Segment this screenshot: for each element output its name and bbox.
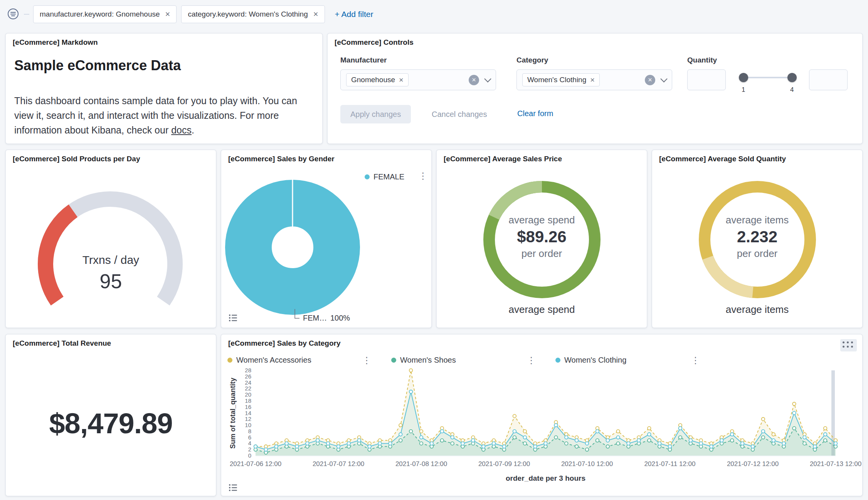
slider-max-value: 4 [790, 86, 794, 94]
metric-label-top: average items [652, 214, 862, 226]
legend-dot [365, 174, 370, 179]
clear-selection-icon[interactable]: × [469, 75, 479, 85]
svg-text:16: 16 [245, 404, 251, 410]
clear-selection-icon[interactable]: × [645, 75, 655, 85]
chip-label: Women's Clothing [527, 76, 586, 84]
svg-text:6: 6 [248, 434, 251, 441]
gauge-label: Trxns / day [6, 253, 216, 267]
cancel-changes-button[interactable]: Cancel changes [424, 105, 495, 123]
chevron-down-icon[interactable] [484, 75, 491, 82]
legend-toggle-button[interactable] [227, 482, 239, 495]
legend-options-icon[interactable]: ⋮ [419, 172, 427, 181]
filter-pill-label: manufacturer.keyword: Gnomehouse [40, 10, 160, 19]
docs-link[interactable]: docs [171, 125, 192, 135]
total-revenue-value: $8,479.89 [6, 407, 216, 440]
svg-text:28: 28 [245, 367, 251, 373]
gauge-value: 95 [6, 270, 216, 293]
metric-footer-label: average items [652, 304, 862, 316]
filter-pill-manufacturer[interactable]: manufacturer.keyword: Gnomehouse × [33, 5, 177, 23]
remove-option-icon[interactable]: × [399, 76, 404, 84]
svg-text:2021-07-10 12:00: 2021-07-10 12:00 [561, 460, 613, 468]
metric-label-bottom: per order [437, 248, 647, 260]
filter-bar: manufacturer.keyword: Gnomehouse × categ… [0, 0, 868, 29]
panel-title: [eCommerce] Total Revenue [13, 339, 111, 348]
remove-filter-icon[interactable]: × [165, 10, 170, 19]
slider-handle-min[interactable] [739, 73, 748, 82]
panel-total-revenue: [eCommerce] Total Revenue $8,479.89 [5, 334, 216, 496]
filter-bar-divider [24, 14, 29, 15]
clear-form-button[interactable]: Clear form [517, 109, 553, 118]
quantity-range-slider: 1 4 [739, 68, 797, 99]
svg-text:8: 8 [248, 428, 251, 434]
kibana-dashboard: manufacturer.keyword: Gnomehouse × categ… [0, 0, 868, 500]
legend-label: FEMALE [373, 172, 404, 181]
selected-option-chip[interactable]: Gnomehouse × [346, 73, 409, 86]
panel-average-sales-price: [eCommerce] Average Sales Price average … [436, 150, 647, 328]
list-icon [228, 488, 238, 494]
panel-title: [eCommerce] Markdown [13, 38, 98, 47]
manufacturer-combobox[interactable]: Gnomehouse × × [340, 69, 496, 90]
panel-sold-products-per-day: [eCommerce] Sold Products per Day Trxns … [5, 150, 216, 328]
markdown-text: This dashboard contains sample data for … [14, 95, 297, 135]
svg-text:20: 20 [245, 391, 251, 398]
filter-options-button[interactable] [5, 5, 22, 24]
add-filter-link[interactable]: + Add filter [335, 10, 373, 19]
metric-value: 2.232 [652, 228, 862, 246]
chevron-down-icon[interactable] [660, 75, 667, 82]
svg-text:2021-07-13 12:00: 2021-07-13 12:00 [810, 460, 861, 468]
slider-handle-max[interactable] [787, 73, 797, 82]
gauge-center: Trxns / day 95 [6, 253, 216, 293]
markdown-text-end: . [192, 125, 194, 135]
y-axis-title: Sum of total_quantity [229, 378, 237, 449]
legend-toggle-button[interactable] [227, 312, 239, 325]
filter-options-icon [6, 7, 20, 22]
category-combobox[interactable]: Women's Clothing × × [516, 69, 672, 90]
quantity-max-input[interactable] [809, 69, 848, 90]
svg-text:22: 22 [245, 385, 251, 392]
selected-option-chip[interactable]: Women's Clothing × [522, 73, 600, 86]
svg-text:2021-07-11 12:00: 2021-07-11 12:00 [644, 460, 696, 468]
svg-text:18: 18 [245, 397, 251, 404]
svg-text:12: 12 [245, 416, 251, 422]
svg-text:2021-07-06 12:00: 2021-07-06 12:00 [230, 460, 281, 468]
filter-pill-label: category.keyword: Women's Clothing [188, 10, 308, 19]
metric-label-top: average spend [437, 214, 647, 226]
metric-center: average spend $89.26 per order [437, 214, 647, 260]
filter-pill-category[interactable]: category.keyword: Women's Clothing × [181, 5, 325, 23]
quantity-min-input[interactable] [687, 69, 726, 90]
x-axis-title: order_date per 3 hours [256, 474, 836, 483]
svg-text:2021-07-12 12:00: 2021-07-12 12:00 [727, 460, 779, 468]
svg-text:2: 2 [248, 446, 251, 453]
svg-text:0: 0 [248, 452, 251, 459]
svg-text:4: 4 [248, 440, 251, 446]
slice-callout-value: 100% [330, 314, 350, 323]
svg-text:2021-07-08 12:00: 2021-07-08 12:00 [395, 460, 447, 468]
svg-text:24: 24 [245, 379, 251, 386]
panel-sales-by-gender: [eCommerce] Sales by Gender FEMALE ⋮ FEM… [221, 150, 432, 328]
panel-markdown: [eCommerce] Markdown Sample eCommerce Da… [5, 33, 323, 144]
panel-average-sold-quantity: [eCommerce] Average Sold Quantity averag… [652, 150, 863, 328]
apply-changes-button[interactable]: Apply changes [340, 105, 411, 123]
svg-text:10: 10 [245, 422, 251, 428]
legend-item-female[interactable]: FEMALE [365, 172, 404, 181]
panel-controls: [eCommerce] Controls Manufacturer Gnomeh… [327, 33, 863, 144]
gauge-chart [6, 150, 217, 328]
metric-center: average items 2.232 per order [652, 214, 862, 260]
panel-title: [eCommerce] Controls [335, 38, 414, 47]
slider-min-value: 1 [742, 86, 745, 94]
svg-text:26: 26 [245, 373, 251, 380]
list-icon [228, 318, 238, 324]
metric-label-bottom: per order [652, 248, 862, 260]
svg-text:2021-07-07 12:00: 2021-07-07 12:00 [313, 460, 364, 468]
quantity-label: Quantity [687, 56, 717, 64]
markdown-heading: Sample eCommerce Data [14, 57, 181, 74]
line-chart: 02468101214161820222426282021-07-06 12:0… [221, 334, 863, 497]
remove-filter-icon[interactable]: × [313, 10, 318, 19]
chip-label: Gnomehouse [351, 76, 395, 84]
metric-footer-label: average spend [437, 304, 647, 316]
panel-sales-by-category: [eCommerce] Sales by Category Women's Ac… [221, 334, 863, 496]
markdown-body: This dashboard contains sample data for … [14, 93, 318, 137]
category-label: Category [516, 56, 548, 64]
remove-option-icon[interactable]: × [590, 76, 595, 84]
metric-value: $89.26 [437, 228, 647, 246]
